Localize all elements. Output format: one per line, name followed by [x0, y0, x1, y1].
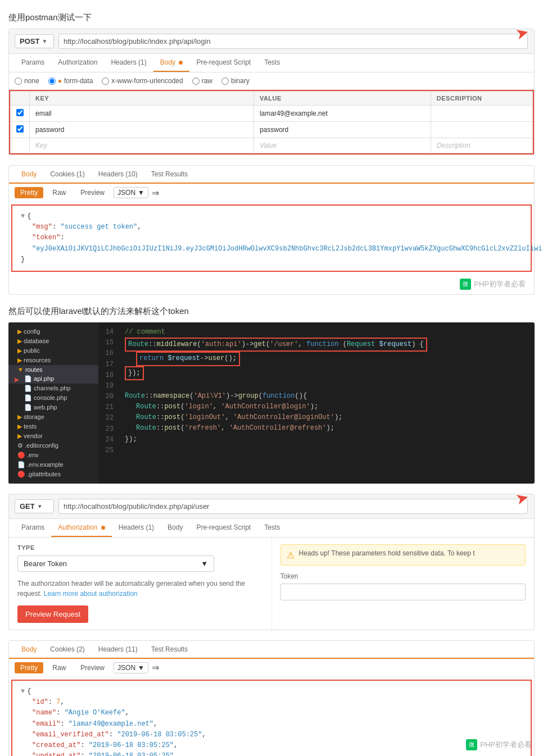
radio-raw[interactable]: raw: [192, 77, 212, 85]
tab-auth-2[interactable]: Authorization: [51, 519, 111, 537]
th-value-1: VALUE: [254, 92, 431, 106]
method-select-1[interactable]: POST ▼: [15, 34, 54, 48]
row2-desc[interactable]: [431, 122, 532, 138]
response-tabs-2: Body Cookies (2) Headers (11) Test Resul…: [9, 641, 534, 659]
empty-key[interactable]: Key: [30, 138, 254, 153]
method-select-2[interactable]: GET ▼: [15, 499, 54, 513]
file-tree-database[interactable]: ▶ database: [8, 336, 98, 346]
radio-none[interactable]: none: [15, 77, 39, 85]
row2-key[interactable]: password: [30, 122, 254, 138]
btn-preview-2[interactable]: Preview: [75, 662, 110, 673]
table-row: password password: [11, 122, 533, 138]
json-select-2[interactable]: JSON ▼: [114, 662, 148, 673]
radio-raw-input[interactable]: [192, 78, 200, 85]
btn-pretty-1[interactable]: Pretty: [15, 187, 43, 198]
tab-auth-1[interactable]: Authorization: [51, 54, 104, 72]
file-tree-env-example[interactable]: 📄 .env.example: [8, 460, 98, 470]
file-tree-api-php[interactable]: ➤ 📄 api.php: [8, 374, 98, 384]
file-tree-vendor[interactable]: ▶ vendor: [8, 431, 98, 441]
file-tree-editorconfig[interactable]: ⚙ .editorconfig: [8, 441, 98, 450]
file-tree-tests[interactable]: ▶ tests: [8, 422, 98, 431]
response-tabs-1: Body Cookies (1) Headers (10) Test Resul…: [9, 166, 534, 184]
row2-value[interactable]: password: [254, 122, 431, 138]
btn-raw-2[interactable]: Raw: [47, 662, 71, 673]
radio-binary-input[interactable]: [221, 78, 229, 85]
row1-key[interactable]: email: [30, 106, 254, 122]
token-label: Token: [280, 572, 526, 580]
method-label-1: POST: [20, 37, 39, 45]
th-desc-1: DESCRIPTION: [431, 92, 532, 106]
file-tree-web-php[interactable]: 📄 web.php: [8, 403, 98, 412]
response-panel-2: Body Cookies (2) Headers (11) Test Resul…: [8, 640, 535, 756]
resp-tab-cookies-2[interactable]: Cookies (2): [43, 641, 91, 659]
token-input[interactable]: [280, 584, 526, 600]
watermark-1: 微 PHP初学者必看: [9, 274, 534, 294]
resp-tab-headers-1[interactable]: Headers (10): [92, 166, 144, 184]
watermark-text-1: PHP初学者必看: [474, 279, 526, 289]
preview-request-btn[interactable]: Preview Request: [17, 605, 88, 623]
file-tree-console-php[interactable]: 📄 console.php: [8, 393, 98, 403]
file-tree-routes[interactable]: ▼ routes: [8, 365, 98, 374]
json-select-1[interactable]: JSON ▼: [114, 187, 148, 198]
row2-checkbox[interactable]: [16, 125, 24, 133]
bearer-token-select[interactable]: Bearer Token ▼: [17, 555, 214, 572]
btn-pretty-2[interactable]: Pretty: [15, 662, 43, 673]
response-toolbar-1: Pretty Raw Preview JSON ▼ ⇒: [9, 184, 534, 202]
file-tree-gitattributes[interactable]: 🔴 .gitattributes: [8, 470, 98, 479]
code-editor-inner: 14 15 16 17 18 19 20 21 22 23 24 25 // c…: [98, 322, 535, 461]
tab-body-2[interactable]: Body: [161, 519, 189, 537]
empty-desc[interactable]: Description: [431, 138, 532, 153]
file-tree-config[interactable]: ▶ config: [8, 327, 98, 336]
resp-tab-cookies-1[interactable]: Cookies (1): [43, 166, 91, 184]
radio-urlencoded-input[interactable]: [102, 78, 109, 85]
postman-panel-1: POST ▼ ➤ Params Authorization Headers (1…: [8, 29, 535, 155]
tab-tests-2[interactable]: Tests: [257, 519, 287, 537]
resp-tab-body-1[interactable]: Body: [15, 166, 43, 184]
radio-formdata[interactable]: ● form-data: [48, 77, 93, 85]
url-input-2[interactable]: [58, 499, 528, 514]
file-tree-public[interactable]: ▶ public: [8, 346, 98, 356]
resp-tab-body-2[interactable]: Body: [15, 641, 43, 659]
btn-raw-1[interactable]: Raw: [47, 187, 71, 198]
resp-tab-headers-2[interactable]: Headers (11): [92, 641, 144, 659]
row1-checkbox[interactable]: [16, 109, 24, 116]
filter-icon-2[interactable]: ⇒: [152, 662, 159, 673]
row1-value[interactable]: lamar49@example.net: [254, 106, 431, 122]
tab-headers-1[interactable]: Headers (1): [104, 54, 153, 72]
url-input-1[interactable]: [58, 34, 528, 49]
file-tree-env[interactable]: 🔴 .env: [8, 450, 98, 460]
radio-none-input[interactable]: [15, 78, 22, 85]
wechat-icon-1: 微: [460, 279, 471, 290]
warning-icon: ⚠: [287, 550, 295, 561]
tab-prerequest-1[interactable]: Pre-request Script: [189, 54, 257, 72]
file-tree-resources[interactable]: ▶ resources: [8, 356, 98, 365]
tab-params-2[interactable]: Params: [15, 519, 51, 537]
th-checkbox: [11, 92, 30, 106]
empty-value[interactable]: Value: [254, 138, 431, 153]
tab-params-1[interactable]: Params: [15, 54, 51, 72]
radio-urlencoded[interactable]: x-www-form-urlencoded: [102, 77, 183, 85]
warning-box: ⚠ Heads up! These parameters hold sensit…: [280, 544, 526, 566]
url-bar-2: GET ▼ ➤: [9, 494, 534, 519]
btn-preview-1[interactable]: Preview: [75, 187, 110, 198]
filter-icon-1[interactable]: ⇒: [152, 188, 159, 198]
row1-desc[interactable]: [431, 106, 532, 122]
tab-prerequest-2[interactable]: Pre-request Script: [189, 519, 257, 537]
auth-learn-link[interactable]: Learn more about authorization: [44, 590, 138, 598]
tab-headers-2[interactable]: Headers (1): [112, 519, 161, 537]
body-table-1: KEY VALUE DESCRIPTION email lamar49@exam…: [10, 91, 533, 153]
tab-tests-1[interactable]: Tests: [257, 54, 287, 72]
tabs-2: Params Authorization Headers (1) Body Pr…: [9, 519, 534, 538]
file-tree-channels-php[interactable]: 📄 channels.php: [8, 384, 98, 393]
code-lines: // comment Route::middleware('auth:api')…: [118, 322, 535, 461]
tabs-1: Params Authorization Headers (1) Body Pr…: [9, 54, 534, 72]
resp-tab-tests-1[interactable]: Test Results: [144, 166, 194, 184]
radio-binary[interactable]: binary: [221, 77, 250, 85]
tab-body-1[interactable]: Body: [153, 54, 190, 72]
resp-tab-tests-2[interactable]: Test Results: [144, 641, 194, 659]
type-label: TYPE: [17, 544, 263, 551]
radio-formdata-input[interactable]: [48, 78, 56, 85]
radio-group-1: none ● form-data x-www-form-urlencoded r…: [9, 72, 534, 90]
file-tree-storage[interactable]: ▶ storage: [8, 412, 98, 422]
auth-right: ⚠ Heads up! These parameters hold sensit…: [272, 538, 535, 630]
